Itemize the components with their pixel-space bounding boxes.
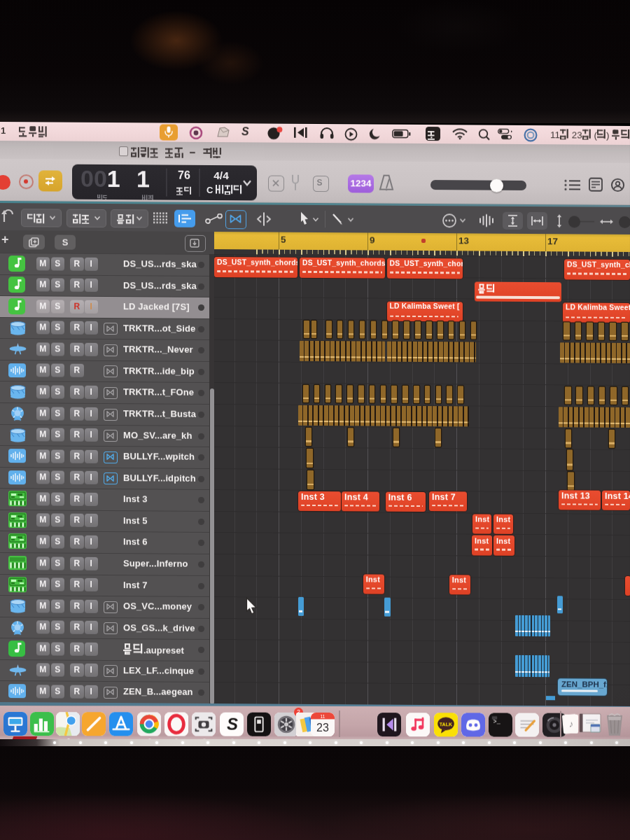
svg-text:11: 11 xyxy=(321,714,326,719)
svg-text:>_: >_ xyxy=(493,719,501,726)
svg-text:TALK: TALK xyxy=(440,722,453,727)
svg-text:♪: ♪ xyxy=(569,719,574,729)
svg-text:23: 23 xyxy=(316,721,329,734)
